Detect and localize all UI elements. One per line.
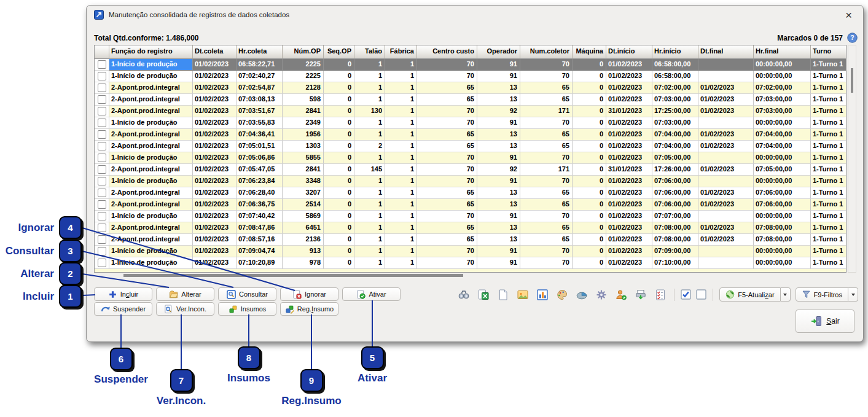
table-row[interactable]: 2-Apont.prod.integral01/02/202307:05:01,…	[95, 141, 846, 152]
cell-m-quina[interactable]: 0	[573, 164, 606, 176]
cell-seq-op[interactable]: 0	[324, 141, 354, 152]
cell-hr-final[interactable]: 07:08:00,00	[754, 234, 811, 246]
ignorar-button[interactable]: Ignorar	[280, 287, 338, 301]
cell-f-brica[interactable]: 1	[385, 106, 417, 117]
table-row[interactable]: 1-Início de produção01/02/202307:05:06,8…	[95, 152, 846, 164]
cell-turno[interactable]: 1-Turno 1	[811, 176, 846, 187]
cell-m-quina[interactable]: 0	[573, 82, 606, 94]
vertical-scrollbar-thumb[interactable]	[851, 68, 853, 93]
cell-dt-coleta[interactable]: 01/02/2023	[193, 94, 237, 106]
cell-hr-final[interactable]: 00:00:00,00	[754, 257, 811, 269]
cell-n-m-op[interactable]: 2225	[283, 59, 324, 71]
row-checkbox[interactable]	[98, 189, 106, 197]
toolbar-checkbox-2-unchecked[interactable]	[696, 289, 706, 300]
cell-fun-o-do-registro[interactable]: 1-Início de produção	[109, 117, 193, 129]
column-header-centro-custo[interactable]: Centro custo	[417, 45, 477, 58]
cell-hr-in-cio[interactable]: 07:02:00,00	[652, 82, 698, 94]
cell-num-coletor[interactable]: 70	[520, 257, 573, 269]
cell-dt-in-cio[interactable]: 01/02/2023	[606, 187, 652, 199]
table-row[interactable]: 1-Início de produção01/02/202307:09:04,7…	[95, 246, 846, 257]
cell-f-brica[interactable]: 1	[385, 176, 417, 187]
row-checkbox[interactable]	[98, 130, 106, 139]
cell-hr-coleta[interactable]: 07:04:36,41	[237, 129, 283, 141]
cell-dt-coleta[interactable]: 01/02/2023	[193, 246, 237, 257]
reg-insumo-button[interactable]: Reg.Insumo	[280, 302, 338, 316]
row-checkbox[interactable]	[98, 247, 106, 255]
cell-seq-op[interactable]: 0	[324, 152, 354, 164]
row-checkbox[interactable]	[98, 154, 106, 162]
table-row[interactable]: 2-Apont.prod.integral01/02/202307:03:08,…	[95, 94, 846, 106]
sair-button[interactable]: Sair	[796, 310, 854, 333]
cell-hr-coleta[interactable]: 07:09:04,74	[237, 246, 283, 257]
row-checkbox[interactable]	[98, 84, 106, 92]
cell-centro-custo[interactable]: 65	[417, 187, 477, 199]
cell-tal-o[interactable]: 1	[354, 187, 385, 199]
cell-operador[interactable]: 13	[477, 82, 520, 94]
row-checkbox[interactable]	[98, 259, 106, 267]
cell-dt-in-cio[interactable]: 01/02/2023	[606, 199, 652, 211]
cell-tal-o[interactable]: 1	[354, 257, 385, 269]
cell-seq-op[interactable]: 0	[324, 59, 354, 71]
cell-operador[interactable]: 91	[477, 59, 520, 71]
cell-seq-op[interactable]: 0	[324, 94, 354, 106]
table-row[interactable]: 2-Apont.prod.integral01/02/202307:08:47,…	[95, 222, 846, 234]
cell-centro-custo[interactable]: 65	[417, 141, 477, 152]
cell-hr-in-cio[interactable]: 06:58:00,00	[652, 59, 698, 71]
cell-hr-final[interactable]: 07:06:00,00	[754, 199, 811, 211]
cell-hr-coleta[interactable]: 07:03:51,67	[237, 106, 283, 117]
cell-dt-coleta[interactable]: 01/02/2023	[193, 211, 237, 222]
cell-m-quina[interactable]: 0	[573, 234, 606, 246]
cell-dt-coleta[interactable]: 01/02/2023	[193, 257, 237, 269]
cell-tal-o[interactable]: 1	[354, 199, 385, 211]
cell-fun-o-do-registro[interactable]: 2-Apont.prod.integral	[109, 222, 193, 234]
cell-centro-custo[interactable]: 70	[417, 257, 477, 269]
palette-toolbar-button[interactable]	[555, 288, 569, 302]
cell-dt-final[interactable]	[698, 176, 754, 187]
column-header-turno[interactable]: Turno	[811, 45, 846, 58]
cell-num-coletor[interactable]: 65	[520, 129, 573, 141]
cell-n-m-op[interactable]: 1956	[283, 129, 324, 141]
cell-operador[interactable]: 13	[477, 129, 520, 141]
document-toolbar-button[interactable]	[496, 288, 510, 302]
cell-turno[interactable]: 1-Turno 1	[811, 187, 846, 199]
cell-f-brica[interactable]: 1	[385, 234, 417, 246]
cell-hr-in-cio[interactable]: 07:05:00,00	[652, 152, 698, 164]
cell-num-coletor[interactable]: 65	[520, 94, 573, 106]
cell-operador[interactable]: 91	[477, 152, 520, 164]
cell-num-coletor[interactable]: 65	[520, 234, 573, 246]
column-header-hr-in-cio[interactable]: Hr.início	[652, 45, 698, 58]
cell-num-coletor[interactable]: 65	[520, 82, 573, 94]
cell-dt-in-cio[interactable]: 31/01/2023	[606, 164, 652, 176]
cell-dt-final[interactable]: 01/02/2023	[698, 199, 754, 211]
row-checkbox[interactable]	[98, 72, 106, 80]
cell-hr-final[interactable]: 07:06:00,00	[754, 187, 811, 199]
table-row[interactable]: 2-Apont.prod.integral01/02/202307:08:57,…	[95, 234, 846, 246]
table-row[interactable]: 1-Início de produção01/02/202306:58:22,7…	[95, 59, 846, 71]
cell-dt-in-cio[interactable]: 01/02/2023	[606, 71, 652, 82]
cell-seq-op[interactable]: 0	[324, 222, 354, 234]
cell-m-quina[interactable]: 0	[573, 59, 606, 71]
cell-n-m-op[interactable]: 5855	[283, 152, 324, 164]
cell-centro-custo[interactable]: 70	[417, 106, 477, 117]
column-header-dt-final[interactable]: Dt.final	[698, 45, 754, 58]
column-header-hr-final[interactable]: Hr.final	[754, 45, 811, 58]
cell-num-coletor[interactable]: 70	[520, 59, 573, 71]
cell-tal-o[interactable]: 1	[354, 71, 385, 82]
ativar-button[interactable]: Ativar	[342, 287, 401, 301]
cell-dt-final[interactable]	[698, 257, 754, 269]
cell-n-m-op[interactable]: 3207	[283, 187, 324, 199]
cell-hr-in-cio[interactable]: 07:04:00,00	[652, 141, 698, 152]
cell-tal-o[interactable]: 1	[354, 222, 385, 234]
cell-seq-op[interactable]: 0	[324, 187, 354, 199]
cell-hr-coleta[interactable]: 07:08:47,86	[237, 222, 283, 234]
toolbar-checkbox-1-checked[interactable]	[681, 289, 691, 300]
cell-m-quina[interactable]: 0	[573, 246, 606, 257]
cell-n-m-op[interactable]: 2514	[283, 199, 324, 211]
cell-seq-op[interactable]: 0	[324, 117, 354, 129]
help-icon[interactable]: ?	[847, 33, 858, 43]
column-header-tal-o[interactable]: Talão	[354, 45, 385, 58]
close-button[interactable]: ×	[842, 9, 856, 21]
cell-tal-o[interactable]: 1	[354, 211, 385, 222]
table-row[interactable]: 1-Início de produção01/02/202307:07:40,4…	[95, 211, 846, 222]
cell-dt-in-cio[interactable]: 01/02/2023	[606, 141, 652, 152]
